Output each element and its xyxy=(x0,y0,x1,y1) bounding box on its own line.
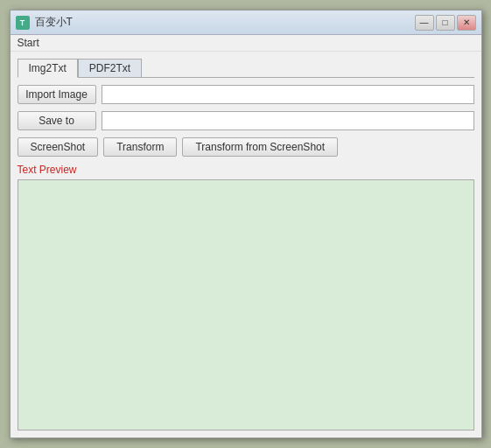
tab-bar: Img2Txt PDF2Txt xyxy=(18,59,474,78)
main-window: T 百变小T — □ ✕ Start Img2Txt PDF2Txt xyxy=(10,10,482,438)
start-menu-item[interactable]: Start xyxy=(18,37,39,49)
preview-label: Text Preview xyxy=(18,164,474,176)
preview-container xyxy=(18,179,474,430)
tab-pdf2txt[interactable]: PDF2Txt xyxy=(78,59,142,78)
screenshot-button[interactable]: ScreenShot xyxy=(18,137,99,157)
minimize-button[interactable]: — xyxy=(415,15,434,31)
import-row: Import Image xyxy=(18,85,474,104)
save-to-button[interactable]: Save to xyxy=(18,111,96,130)
close-button[interactable]: ✕ xyxy=(457,15,476,31)
save-row: Save to xyxy=(18,111,474,130)
title-bar-left: T 百变小T xyxy=(16,15,73,30)
restore-button[interactable]: □ xyxy=(436,15,455,31)
transform-screenshot-button[interactable]: Transform from ScreenShot xyxy=(182,137,338,157)
save-path-input[interactable] xyxy=(102,111,474,130)
action-row: ScreenShot Transform Transform from Scre… xyxy=(18,137,474,157)
menu-bar: Start xyxy=(11,35,481,52)
import-image-button[interactable]: Import Image xyxy=(18,85,96,104)
tab-img2txt[interactable]: Img2Txt xyxy=(18,59,78,78)
app-icon: T xyxy=(16,16,30,30)
text-preview-area[interactable] xyxy=(18,179,474,430)
title-bar: T 百变小T — □ ✕ xyxy=(11,10,481,35)
import-path-input[interactable] xyxy=(102,85,474,104)
window-title: 百变小T xyxy=(35,15,73,30)
title-controls: — □ ✕ xyxy=(415,15,476,31)
content-area: Img2Txt PDF2Txt Import Image Save to Scr… xyxy=(11,52,481,438)
transform-button[interactable]: Transform xyxy=(103,137,177,157)
